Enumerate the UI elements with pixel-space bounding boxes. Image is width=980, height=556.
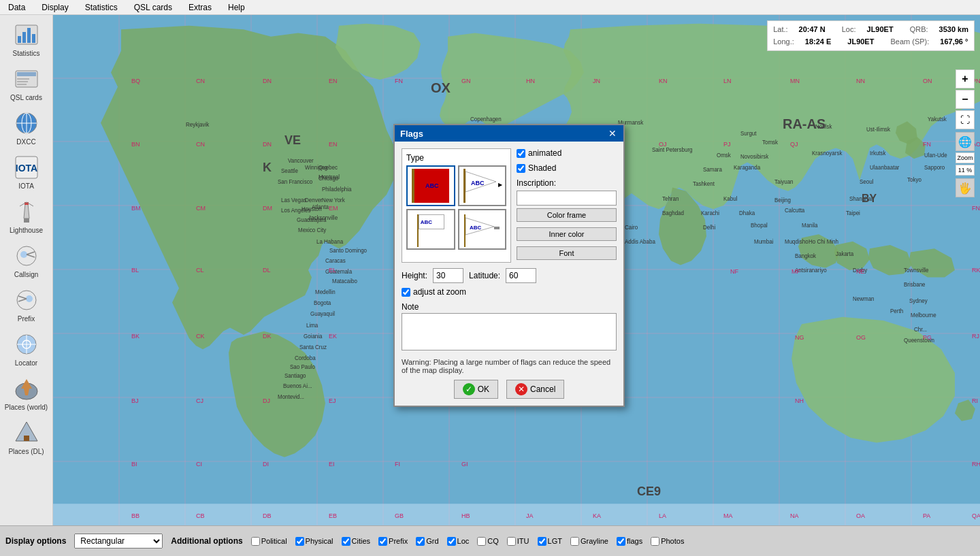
sidebar-label-places-world: Places (world)	[5, 404, 48, 411]
note-label: Note	[402, 302, 617, 312]
sidebar-label-locator: Locator	[15, 359, 37, 367]
font-button[interactable]: Font	[517, 246, 617, 260]
adjust-zoom-checkbox[interactable]	[402, 288, 410, 297]
inner-color-button[interactable]: Inner color	[517, 227, 617, 241]
checkbox-photos[interactable]	[651, 537, 659, 546]
flag-option-wing-small[interactable]: ABC	[458, 209, 507, 250]
svg-text:Chr...: Chr...	[914, 327, 927, 333]
svg-text:Omsk: Omsk	[717, 152, 732, 159]
menu-display[interactable]: Display	[36, 1, 74, 14]
svg-text:Manila: Manila	[802, 222, 818, 228]
svg-line-23	[27, 252, 35, 255]
svg-text:QA: QA	[972, 512, 980, 519]
svg-text:FI: FI	[395, 461, 400, 468]
note-textarea[interactable]	[402, 313, 617, 350]
animated-checkbox-row: animated	[517, 148, 617, 158]
sidebar-item-qsl[interactable]: QSL cards	[3, 62, 50, 105]
svg-text:EN: EN	[329, 78, 338, 84]
svg-line-27	[18, 296, 27, 299]
flag-option-small-abc[interactable]: ABC	[406, 209, 455, 250]
checkbox-grd[interactable]	[416, 537, 425, 546]
ok-icon: ✓	[463, 383, 475, 395]
checkbox-item-photos: Photos	[651, 537, 684, 546]
loc-value2: JL90ET	[847, 36, 874, 48]
sidebar-item-places-world[interactable]: Places (world)	[3, 372, 50, 414]
checkbox-prefix[interactable]	[378, 537, 387, 546]
latitude-input[interactable]	[506, 268, 536, 283]
ok-button[interactable]: ✓ OK	[454, 380, 498, 399]
svg-marker-238	[494, 227, 500, 229]
svg-rect-1	[18, 36, 21, 43]
menu-statistics[interactable]: Statistics	[80, 1, 123, 14]
flag-grid: ABC ABC	[406, 165, 506, 250]
svg-text:Santiago: Santiago	[284, 373, 306, 379]
label-political: Political	[261, 537, 287, 545]
lighthouse-icon	[13, 198, 40, 225]
svg-text:CE9: CE9	[637, 483, 661, 498]
height-input[interactable]	[433, 268, 463, 283]
checkbox-physical[interactable]	[295, 537, 304, 546]
svg-text:Krasnoyarsk: Krasnoyarsk	[812, 150, 843, 157]
expand-button[interactable]: ⛶	[956, 110, 975, 129]
svg-text:EJ: EJ	[329, 397, 336, 404]
iota-icon: IOTA	[13, 154, 40, 181]
svg-text:K: K	[263, 160, 272, 175]
svg-text:Sapporo: Sapporo	[924, 165, 945, 171]
cancel-button[interactable]: ✕ Cancel	[506, 380, 564, 399]
shaded-checkbox[interactable]	[517, 164, 525, 173]
svg-text:DB: DB	[263, 512, 272, 519]
sidebar-item-prefix[interactable]: Prefix	[3, 283, 50, 326]
svg-text:Karachi: Karachi	[701, 210, 719, 216]
sidebar-item-locator[interactable]: Locator	[3, 327, 50, 370]
menu-qsl-cards[interactable]: QSL cards	[129, 1, 178, 14]
map-type-select[interactable]: Rectangular Mercator Peters Azimuthal	[74, 534, 163, 549]
svg-text:ON: ON	[923, 78, 932, 84]
menu-help[interactable]: Help	[223, 1, 250, 14]
zoom-in-button[interactable]: +	[956, 69, 975, 88]
menu-extras[interactable]: Extras	[183, 1, 217, 14]
svg-text:Mexico City: Mexico City	[298, 227, 327, 233]
sidebar-item-statistics[interactable]: Statistics	[3, 18, 50, 61]
sidebar-item-lighthouse[interactable]: Lighthouse	[3, 195, 50, 238]
svg-text:Sydney: Sydney	[909, 297, 928, 304]
checkbox-grayline[interactable]	[570, 537, 579, 546]
checkbox-cities[interactable]	[342, 537, 350, 546]
svg-text:NN: NN	[856, 78, 865, 84]
flag-option-wing-abc[interactable]: ABC ▶	[458, 165, 507, 206]
zoom-out-button[interactable]: −	[956, 90, 975, 109]
color-frame-button[interactable]: Color frame	[517, 208, 617, 222]
animated-checkbox[interactable]	[517, 149, 525, 158]
checkbox-loc[interactable]	[447, 537, 456, 546]
svg-text:OG: OG	[856, 334, 866, 341]
flag-option-red-abc[interactable]: ABC	[406, 165, 455, 206]
globe-icon[interactable]: 🌐	[956, 132, 975, 151]
svg-text:MA: MA	[723, 512, 733, 519]
svg-text:DK: DK	[263, 333, 272, 340]
checkbox-lgt[interactable]	[538, 537, 546, 546]
svg-text:KN: KN	[659, 78, 668, 84]
svg-text:BN: BN	[131, 141, 140, 148]
checkbox-cq[interactable]	[477, 537, 486, 546]
svg-text:VE: VE	[284, 133, 301, 148]
svg-text:Seoul: Seoul	[860, 179, 874, 185]
svg-text:BL: BL	[131, 267, 139, 274]
sidebar-item-callsign[interactable]: Callsign	[3, 239, 50, 282]
shaded-label: Shaded	[528, 163, 556, 173]
svg-text:Santo Domingo: Santo Domingo	[329, 247, 367, 253]
checkbox-item-prefix: Prefix	[378, 537, 408, 546]
checkbox-itu[interactable]	[507, 537, 516, 546]
sidebar-label-iota: IOTA	[18, 182, 34, 190]
sidebar-item-places-dl[interactable]: Places (DL)	[3, 416, 50, 459]
checkbox-flags[interactable]	[617, 537, 625, 546]
sidebar-item-iota[interactable]: IOTA IOTA	[3, 150, 50, 193]
checkbox-political[interactable]	[251, 537, 260, 546]
map-area[interactable]: Reykjavik Vancouver Seattle San Francisc…	[53, 15, 980, 525]
label-cities: Cities	[352, 537, 371, 545]
inscription-input[interactable]	[517, 191, 617, 206]
hand-icon[interactable]: 🖐	[956, 178, 975, 197]
sidebar-item-dxcc[interactable]: DXCC	[3, 106, 50, 149]
svg-text:BI: BI	[131, 461, 137, 468]
menu-data[interactable]: Data	[3, 1, 31, 14]
svg-text:GN: GN	[461, 78, 470, 84]
dialog-close-button[interactable]: ✕	[607, 128, 618, 139]
